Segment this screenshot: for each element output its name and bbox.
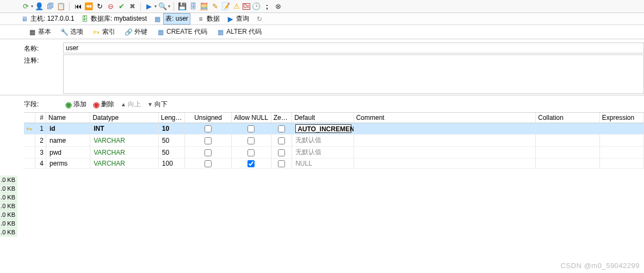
row-col-expr-cell[interactable] — [599, 123, 643, 135]
row-unsigned-cell[interactable] — [185, 135, 231, 147]
unsigned-checkbox[interactable] — [205, 137, 212, 144]
copy-icon[interactable]: 🗐 — [45, 2, 55, 11]
unsigned-checkbox[interactable] — [205, 149, 212, 156]
row-col-coll-cell[interactable] — [536, 123, 600, 135]
col-expression-header[interactable]: Expression — [599, 113, 643, 123]
col-zero-header[interactable]: Zerofill — [271, 113, 292, 123]
row-length-cell[interactable]: 10 — [158, 123, 185, 135]
row-default-cell[interactable]: AUTO_INCREMENT — [292, 123, 354, 135]
zerofill-checkbox[interactable] — [278, 137, 285, 144]
row-default-cell[interactable]: 无默认值 — [292, 147, 354, 159]
row-datatype-cell[interactable]: VARCHAR — [90, 147, 159, 159]
row-name-cell[interactable]: name — [46, 135, 90, 147]
row-allow_null-cell[interactable] — [231, 159, 271, 169]
stop-icon[interactable]: ⊖ — [106, 2, 115, 11]
add-field-button[interactable]: ◉ 添加 — [65, 100, 86, 109]
dropdown-icon[interactable]: ▾ — [168, 4, 170, 9]
row-name-cell[interactable]: perms — [46, 159, 90, 169]
dropdown-icon[interactable]: ▾ — [31, 4, 33, 9]
row-zerofill-cell[interactable] — [271, 147, 292, 159]
allow_null-checkbox[interactable] — [247, 137, 255, 144]
col-null-header[interactable]: Allow NULL — [231, 113, 271, 123]
col-default-header[interactable]: Default — [292, 113, 354, 123]
row-col-com-cell[interactable] — [354, 159, 536, 169]
col-name-header[interactable]: Name — [46, 113, 90, 123]
row-length-cell[interactable]: 50 — [158, 135, 185, 147]
cancel-icon[interactable]: ✖ — [127, 2, 137, 11]
search-icon[interactable]: 🔍 — [158, 2, 168, 11]
tab-basic[interactable]: ▦基本 — [24, 26, 55, 38]
row-col-expr-cell[interactable] — [599, 135, 643, 147]
prev-icon[interactable]: ⏪ — [84, 2, 94, 11]
edit-icon[interactable]: ✎ — [210, 2, 220, 11]
tab-foreign[interactable]: 🔗外键 — [120, 26, 152, 38]
table-label[interactable]: 表: user — [163, 13, 190, 25]
refresh2-icon[interactable]: ↻ — [95, 2, 104, 11]
user-add-icon[interactable]: 👤 — [34, 2, 44, 11]
saveas-icon[interactable]: 🗄 — [188, 2, 198, 11]
col-key-header[interactable] — [24, 113, 35, 123]
move-down-button[interactable]: ▼ 向下 — [147, 100, 168, 109]
col-num-header[interactable]: # — [35, 113, 46, 123]
row-length-cell[interactable]: 50 — [158, 147, 185, 159]
close-icon[interactable]: ⊗ — [273, 2, 283, 11]
col-unsigned-header[interactable]: Unsigned — [185, 113, 231, 123]
row-default-cell[interactable]: 无默认值 — [292, 135, 354, 147]
first-icon[interactable]: ⏮ — [73, 2, 83, 11]
unsigned-checkbox[interactable] — [205, 125, 212, 132]
refresh-icon[interactable]: ⟳ — [21, 2, 30, 11]
name-input[interactable]: user — [63, 43, 644, 53]
allow_null-checkbox[interactable] — [247, 125, 255, 132]
play-icon[interactable]: ▶ — [144, 2, 154, 11]
row-unsigned-cell[interactable] — [185, 123, 231, 135]
refresh-query-icon[interactable]: ↻ — [256, 15, 263, 23]
tab-create[interactable]: ▦CREATE 代码 — [152, 26, 212, 38]
row-allow_null-cell[interactable] — [231, 123, 271, 135]
query-label[interactable]: 查询 — [236, 14, 249, 23]
allow_null-checkbox[interactable] — [247, 160, 255, 167]
row-name-cell[interactable]: pwd — [46, 147, 90, 159]
row-zerofill-cell[interactable] — [271, 123, 292, 135]
row-datatype-cell[interactable]: INT — [90, 123, 159, 135]
comment-input[interactable] — [63, 54, 644, 94]
table-row[interactable]: 2nameVARCHAR50无默认值 — [24, 135, 644, 147]
time-icon[interactable]: 🕒 — [251, 2, 261, 11]
row-col-expr-cell[interactable] — [599, 159, 643, 169]
table-row[interactable]: 4permsVARCHAR100NULL — [24, 159, 644, 169]
row-col-expr-cell[interactable] — [599, 147, 643, 159]
row-datatype-cell[interactable]: VARCHAR — [90, 159, 159, 169]
data-label[interactable]: 数据 — [207, 14, 220, 23]
row-unsigned-cell[interactable] — [185, 147, 231, 159]
zerofill-checkbox[interactable] — [278, 125, 285, 132]
dropdown-icon[interactable]: ▾ — [154, 4, 157, 9]
paste-icon[interactable]: 📋 — [56, 2, 66, 11]
row-unsigned-cell[interactable] — [185, 159, 231, 169]
allow_null-checkbox[interactable] — [247, 149, 255, 156]
row-col-com-cell[interactable] — [354, 123, 536, 135]
zerofill-checkbox[interactable] — [278, 160, 285, 167]
remove-field-button[interactable]: ◉ 删除 — [93, 100, 114, 109]
col-comment-header[interactable]: Comment — [354, 113, 536, 123]
unsigned-checkbox[interactable] — [205, 160, 212, 167]
save-icon[interactable]: 💾 — [177, 2, 187, 11]
row-length-cell[interactable]: 100 — [158, 159, 185, 169]
ok-icon[interactable]: ✔ — [116, 2, 126, 11]
col-collation-header[interactable]: Collation — [536, 113, 600, 123]
zerofill-checkbox[interactable] — [278, 149, 285, 156]
row-allow_null-cell[interactable] — [231, 147, 271, 159]
row-col-coll-cell[interactable] — [536, 159, 600, 169]
tab-alter[interactable]: ▦ALTER 代码 — [212, 26, 266, 38]
calc-icon[interactable]: 🧮 — [199, 2, 209, 11]
row-col-coll-cell[interactable] — [536, 135, 600, 147]
hex-icon[interactable]: 0x — [243, 3, 250, 10]
row-allow_null-cell[interactable] — [231, 135, 271, 147]
row-name-cell[interactable]: id — [46, 123, 90, 135]
tab-index[interactable]: 🗝索引 — [88, 26, 120, 38]
table-row[interactable]: 🗝1idINT10AUTO_INCREMENT — [24, 123, 644, 135]
row-default-cell[interactable]: NULL — [292, 159, 354, 169]
col-type-header[interactable]: Datatype — [90, 113, 159, 123]
host-label[interactable]: 主机: 127.0.0.1 — [30, 14, 75, 23]
warn-icon[interactable]: ⚠ — [232, 2, 242, 11]
note-icon[interactable]: 📝 — [221, 2, 231, 11]
table-row[interactable]: 3pwdVARCHAR50无默认值 — [24, 147, 644, 159]
